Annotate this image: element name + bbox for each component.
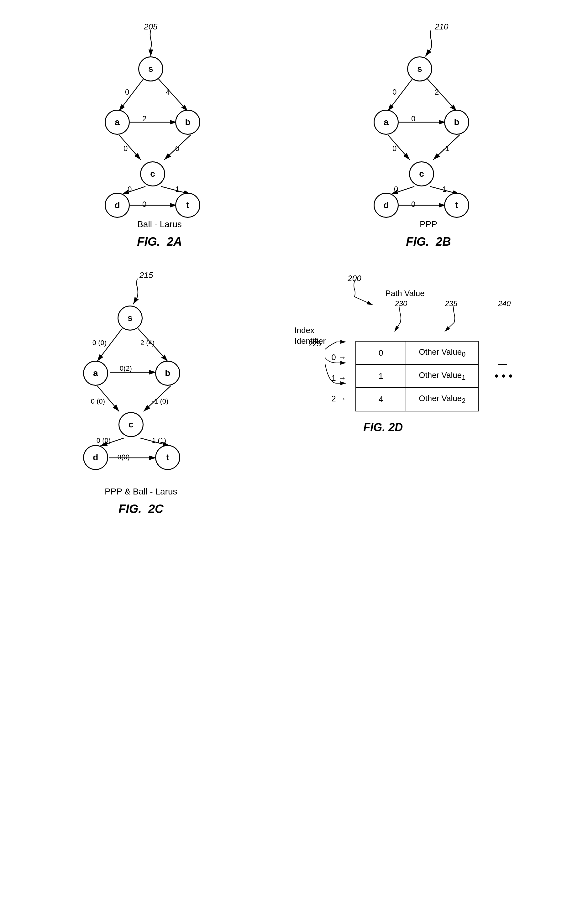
edge-label-sa-2a: 0: [125, 88, 129, 97]
node-t-2c: t: [155, 445, 180, 470]
edge-label-bc-2b: -1: [443, 144, 449, 153]
fig2a-title: FIG. 2A: [137, 235, 182, 249]
svg-line-0: [119, 78, 144, 111]
node-t-2b: t: [444, 193, 469, 218]
edge-label-sa-2c: 0 (0): [92, 339, 107, 347]
fig2a-graph-label: Ball - Larus: [137, 219, 182, 229]
page-container: 205: [0, 0, 588, 915]
svg-line-1: [158, 78, 188, 111]
fig2b-graph-label: PPP: [420, 219, 437, 229]
node-b-2b: b: [444, 110, 469, 135]
node-a-2b: a: [374, 110, 399, 135]
edge-label-sa-2b: 0: [393, 88, 396, 97]
fig2b-section: 210: [350, 19, 507, 249]
node-a-2a: a: [105, 110, 130, 135]
node-c-2a: c: [140, 161, 165, 186]
node-c-2b: c: [409, 161, 434, 186]
top-row: 205: [25, 19, 563, 249]
fig2d-svg: [291, 277, 510, 433]
edge-label-dt-2c: 0(0): [118, 453, 130, 461]
node-b-2a: b: [175, 110, 200, 135]
node-d-2b: d: [374, 193, 399, 218]
edge-label-ac-2a: 0: [123, 144, 128, 153]
node-b-2c: b: [155, 361, 180, 386]
edge-label-ct-2b: 1: [443, 185, 447, 194]
edge-label-ab-2a: 2: [142, 115, 146, 123]
fig2d-section: 200: [291, 277, 528, 434]
edge-label-ct-2a: 1: [175, 185, 179, 194]
edge-label-dt-2a: 0: [142, 200, 146, 209]
fig2c-section: 215: [60, 267, 223, 516]
svg-line-8: [388, 78, 413, 111]
node-s-2b: s: [407, 56, 432, 81]
edge-label-ac-2b: 0: [393, 144, 396, 153]
edge-label-ac-2c: 0 (0): [91, 397, 105, 405]
fig2c-graph-label: PPP & Ball - Larus: [105, 487, 177, 497]
edge-label-ab-2c: 0(2): [120, 365, 132, 373]
node-s-2a: s: [138, 56, 163, 81]
edge-label-dt-2b: 0: [411, 200, 415, 209]
edge-label-ab-2b: 0: [411, 115, 415, 123]
fig2a-section: 205: [81, 19, 238, 249]
node-s-2c: s: [118, 305, 143, 331]
edge-label-cd-2c: 0 (0): [97, 437, 111, 445]
node-t-2a: t: [175, 193, 200, 218]
edge-label-sb-2c: 2 (4): [141, 339, 155, 347]
edge-label-bc-2a: 0: [175, 144, 179, 153]
edge-label-sb-2a: 4: [166, 88, 170, 97]
svg-line-3: [119, 135, 141, 160]
node-d-2a: d: [105, 193, 130, 218]
svg-line-9: [427, 78, 457, 111]
node-d-2c: d: [83, 445, 108, 470]
edge-label-cd-2a: 0: [128, 185, 132, 194]
edge-label-bc-2c: -1 (0): [152, 397, 169, 405]
fig2c-title: FIG. 2C: [118, 502, 164, 516]
bottom-row: 215: [25, 267, 563, 516]
edge-label-cd-2b: 0: [394, 185, 398, 194]
svg-line-5: [122, 186, 145, 194]
edge-label-sb-2b: 2: [435, 88, 439, 97]
svg-line-11: [388, 135, 410, 160]
node-a-2c: a: [83, 361, 108, 386]
node-c-2c: c: [118, 412, 144, 437]
edge-label-ct-2c: 1 (1): [152, 437, 166, 445]
fig2b-title: FIG. 2B: [406, 235, 451, 249]
